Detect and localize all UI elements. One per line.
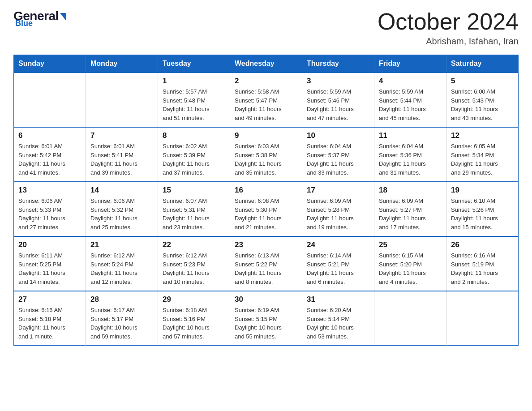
day-of-week-header: Thursday xyxy=(302,55,374,73)
calendar-day-cell: 4Sunrise: 5:59 AMSunset: 5:44 PMDaylight… xyxy=(374,73,446,127)
calendar-day-cell: 8Sunrise: 6:02 AMSunset: 5:39 PMDaylight… xyxy=(158,127,230,182)
day-number: 15 xyxy=(163,186,225,195)
day-info: Sunrise: 6:20 AMSunset: 5:14 PMDaylight:… xyxy=(307,306,369,341)
day-number: 3 xyxy=(307,77,369,86)
calendar-day-cell: 25Sunrise: 6:15 AMSunset: 5:20 PMDayligh… xyxy=(374,236,446,291)
month-year-title: October 2024 xyxy=(378,9,519,34)
title-block: October 2024 Abrisham, Isfahan, Iran xyxy=(378,9,519,47)
day-number: 19 xyxy=(451,186,514,195)
day-number: 2 xyxy=(235,77,297,86)
day-info: Sunrise: 6:08 AMSunset: 5:30 PMDaylight:… xyxy=(235,197,297,231)
calendar-table: SundayMondayTuesdayWednesdayThursdayFrid… xyxy=(13,55,519,346)
day-info: Sunrise: 6:16 AMSunset: 5:19 PMDaylight:… xyxy=(451,251,514,286)
calendar-day-cell: 15Sunrise: 6:07 AMSunset: 5:31 PMDayligh… xyxy=(158,182,230,236)
day-number: 10 xyxy=(307,131,369,140)
day-number: 1 xyxy=(163,77,225,86)
calendar-day-cell: 9Sunrise: 6:03 AMSunset: 5:38 PMDaylight… xyxy=(230,127,302,182)
calendar-day-cell: 1Sunrise: 5:57 AMSunset: 5:48 PMDaylight… xyxy=(158,73,230,127)
day-info: Sunrise: 5:59 AMSunset: 5:44 PMDaylight:… xyxy=(379,87,442,122)
day-info: Sunrise: 6:17 AMSunset: 5:17 PMDaylight:… xyxy=(90,306,153,341)
calendar-day-cell xyxy=(86,73,158,127)
logo: General Blue xyxy=(13,9,66,28)
day-of-week-header: Monday xyxy=(86,55,158,73)
day-number: 24 xyxy=(307,240,369,249)
day-of-week-header: Tuesday xyxy=(158,55,230,73)
day-info: Sunrise: 6:10 AMSunset: 5:26 PMDaylight:… xyxy=(451,197,514,231)
day-info: Sunrise: 6:06 AMSunset: 5:32 PMDaylight:… xyxy=(90,197,153,231)
day-number: 27 xyxy=(18,295,81,304)
calendar-day-cell: 30Sunrise: 6:19 AMSunset: 5:15 PMDayligh… xyxy=(230,291,302,346)
calendar-day-cell: 22Sunrise: 6:12 AMSunset: 5:23 PMDayligh… xyxy=(158,236,230,291)
calendar-week-row: 13Sunrise: 6:06 AMSunset: 5:33 PMDayligh… xyxy=(14,182,519,236)
calendar-day-cell: 29Sunrise: 6:18 AMSunset: 5:16 PMDayligh… xyxy=(158,291,230,346)
day-number: 11 xyxy=(379,131,442,140)
day-info: Sunrise: 6:09 AMSunset: 5:28 PMDaylight:… xyxy=(307,197,369,231)
day-number: 18 xyxy=(379,186,442,195)
calendar-day-cell: 28Sunrise: 6:17 AMSunset: 5:17 PMDayligh… xyxy=(86,291,158,346)
day-info: Sunrise: 6:05 AMSunset: 5:34 PMDaylight:… xyxy=(451,142,514,177)
calendar-day-cell xyxy=(14,73,86,127)
page-header: General Blue October 2024 Abrisham, Isfa… xyxy=(13,9,519,47)
day-info: Sunrise: 6:04 AMSunset: 5:37 PMDaylight:… xyxy=(307,142,369,177)
day-number: 13 xyxy=(18,186,81,195)
day-number: 20 xyxy=(18,240,81,249)
calendar-day-cell: 23Sunrise: 6:13 AMSunset: 5:22 PMDayligh… xyxy=(230,236,302,291)
day-number: 12 xyxy=(451,131,514,140)
day-number: 28 xyxy=(90,295,153,304)
day-number: 29 xyxy=(163,295,225,304)
calendar-week-row: 1Sunrise: 5:57 AMSunset: 5:48 PMDaylight… xyxy=(14,73,519,127)
calendar-day-cell: 5Sunrise: 6:00 AMSunset: 5:43 PMDaylight… xyxy=(446,73,519,127)
day-number: 31 xyxy=(307,295,369,304)
day-number: 22 xyxy=(163,240,225,249)
day-info: Sunrise: 6:01 AMSunset: 5:41 PMDaylight:… xyxy=(90,142,153,177)
calendar-day-cell: 17Sunrise: 6:09 AMSunset: 5:28 PMDayligh… xyxy=(302,182,374,236)
calendar-day-cell: 31Sunrise: 6:20 AMSunset: 5:14 PMDayligh… xyxy=(302,291,374,346)
logo-arrow-icon xyxy=(60,13,66,21)
calendar-day-cell xyxy=(374,291,446,346)
day-info: Sunrise: 6:02 AMSunset: 5:39 PMDaylight:… xyxy=(163,142,225,177)
day-of-week-header: Sunday xyxy=(14,55,86,73)
calendar-header-row: SundayMondayTuesdayWednesdayThursdayFrid… xyxy=(14,55,519,73)
day-info: Sunrise: 6:09 AMSunset: 5:27 PMDaylight:… xyxy=(379,197,442,231)
day-number: 30 xyxy=(235,295,297,304)
day-info: Sunrise: 6:14 AMSunset: 5:21 PMDaylight:… xyxy=(307,251,369,286)
day-number: 9 xyxy=(235,131,297,140)
day-info: Sunrise: 5:57 AMSunset: 5:48 PMDaylight:… xyxy=(163,87,225,122)
calendar-day-cell: 11Sunrise: 6:04 AMSunset: 5:36 PMDayligh… xyxy=(374,127,446,182)
calendar-day-cell: 10Sunrise: 6:04 AMSunset: 5:37 PMDayligh… xyxy=(302,127,374,182)
calendar-day-cell: 21Sunrise: 6:12 AMSunset: 5:24 PMDayligh… xyxy=(86,236,158,291)
calendar-day-cell: 26Sunrise: 6:16 AMSunset: 5:19 PMDayligh… xyxy=(446,236,519,291)
day-info: Sunrise: 6:12 AMSunset: 5:23 PMDaylight:… xyxy=(163,251,225,286)
day-info: Sunrise: 6:01 AMSunset: 5:42 PMDaylight:… xyxy=(18,142,81,177)
day-number: 14 xyxy=(90,186,153,195)
day-info: Sunrise: 6:06 AMSunset: 5:33 PMDaylight:… xyxy=(18,197,81,231)
calendar-day-cell: 14Sunrise: 6:06 AMSunset: 5:32 PMDayligh… xyxy=(86,182,158,236)
day-info: Sunrise: 6:12 AMSunset: 5:24 PMDaylight:… xyxy=(90,251,153,286)
day-number: 23 xyxy=(235,240,297,249)
day-info: Sunrise: 6:07 AMSunset: 5:31 PMDaylight:… xyxy=(163,197,225,231)
day-of-week-header: Friday xyxy=(374,55,446,73)
logo-blue-text: Blue xyxy=(15,19,33,28)
day-number: 17 xyxy=(307,186,369,195)
day-info: Sunrise: 6:00 AMSunset: 5:43 PMDaylight:… xyxy=(451,87,514,122)
day-number: 8 xyxy=(163,131,225,140)
calendar-day-cell: 24Sunrise: 6:14 AMSunset: 5:21 PMDayligh… xyxy=(302,236,374,291)
calendar-day-cell: 27Sunrise: 6:16 AMSunset: 5:18 PMDayligh… xyxy=(14,291,86,346)
calendar-week-row: 20Sunrise: 6:11 AMSunset: 5:25 PMDayligh… xyxy=(14,236,519,291)
calendar-week-row: 6Sunrise: 6:01 AMSunset: 5:42 PMDaylight… xyxy=(14,127,519,182)
day-info: Sunrise: 6:19 AMSunset: 5:15 PMDaylight:… xyxy=(235,306,297,341)
location-subtitle: Abrisham, Isfahan, Iran xyxy=(378,36,519,47)
calendar-day-cell xyxy=(446,291,519,346)
day-info: Sunrise: 5:58 AMSunset: 5:47 PMDaylight:… xyxy=(235,87,297,122)
calendar-day-cell: 3Sunrise: 5:59 AMSunset: 5:46 PMDaylight… xyxy=(302,73,374,127)
day-info: Sunrise: 6:13 AMSunset: 5:22 PMDaylight:… xyxy=(235,251,297,286)
day-info: Sunrise: 6:18 AMSunset: 5:16 PMDaylight:… xyxy=(163,306,225,341)
day-number: 16 xyxy=(235,186,297,195)
day-info: Sunrise: 6:16 AMSunset: 5:18 PMDaylight:… xyxy=(18,306,81,341)
day-number: 7 xyxy=(90,131,153,140)
day-info: Sunrise: 5:59 AMSunset: 5:46 PMDaylight:… xyxy=(307,87,369,122)
day-number: 26 xyxy=(451,240,514,249)
day-number: 25 xyxy=(379,240,442,249)
day-number: 4 xyxy=(379,77,442,86)
day-number: 6 xyxy=(18,131,81,140)
